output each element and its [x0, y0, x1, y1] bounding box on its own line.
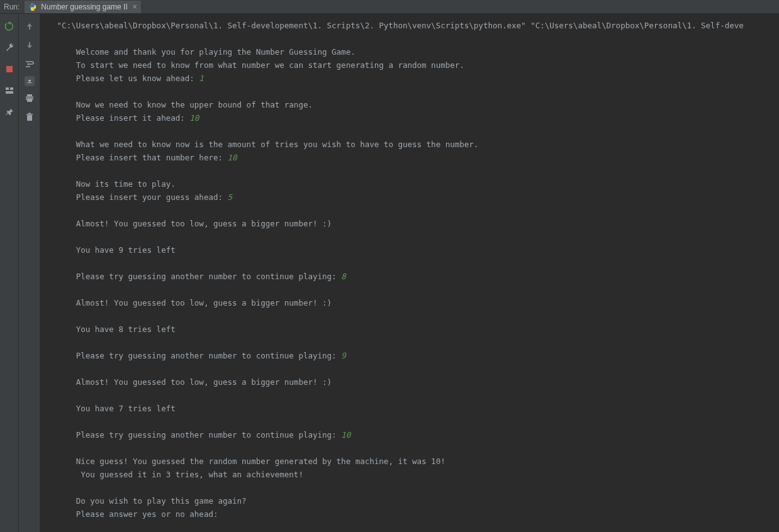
- console-line: [43, 336, 779, 349]
- run-tab-title: Number guessing game II: [41, 3, 127, 11]
- console-line: [43, 481, 779, 494]
- console-text: Now we need to know the upper bound of t…: [76, 100, 313, 109]
- svg-rect-6: [27, 82, 31, 83]
- console-line: You have 7 tries left: [43, 402, 779, 415]
- console-line: [43, 362, 779, 375]
- console-text: Please answer yes or no ahead:: [76, 509, 218, 519]
- console-text: Please insert that number here:: [76, 153, 228, 162]
- svg-rect-3: [6, 87, 9, 90]
- console-text: Please try guessing another number to co…: [76, 272, 341, 281]
- console-line: Please try guessing another number to co…: [43, 428, 779, 441]
- console-line: Please insert your guess ahead: 5: [43, 191, 779, 204]
- console-line: [43, 32, 779, 45]
- user-input-value: 5: [228, 192, 233, 202]
- console-line: Now we need to know the upper bound of t…: [43, 98, 779, 111]
- console-line: [43, 85, 779, 98]
- console-text: Almost! You guessed too low, guess a big…: [76, 377, 332, 387]
- console-text: Nice guess! You guessed the random numbe…: [76, 457, 446, 466]
- console-line: Please insert that number here: 10: [43, 151, 779, 164]
- svg-rect-12: [28, 113, 31, 114]
- console-text: Please try guessing another number to co…: [76, 351, 341, 360]
- console-line: Please try guessing another number to co…: [43, 349, 779, 362]
- console-text: Welcome and thank you for playing the Nu…: [76, 47, 356, 57]
- console-text: You have 7 tries left: [76, 404, 176, 413]
- close-tab-icon[interactable]: ×: [133, 3, 137, 11]
- svg-rect-9: [27, 99, 32, 102]
- console-line: To start we need to know from what numbe…: [43, 58, 779, 72]
- console-text: Please try guessing another number to co…: [76, 430, 341, 440]
- console-text: You have 9 tries left: [76, 245, 176, 255]
- user-input-value: 1: [199, 74, 204, 83]
- arrow-up-icon[interactable]: [25, 21, 35, 31]
- console-text: Almost! You guessed too low, guess a big…: [76, 219, 332, 228]
- svg-rect-2: [6, 66, 13, 72]
- console-line: Do you wish to play this game again?: [43, 494, 779, 507]
- run-toolbar-primary: [0, 14, 19, 532]
- user-input-value: 8: [341, 272, 346, 281]
- console-line: Please answer yes or no ahead:: [43, 507, 779, 521]
- svg-rect-7: [27, 94, 32, 96]
- console-text: "C:\Users\abeal\Dropbox\Personal\1. Self…: [57, 21, 744, 30]
- console-line: [43, 125, 779, 138]
- rerun-icon[interactable]: [4, 21, 14, 31]
- pin-icon[interactable]: [4, 107, 14, 117]
- console-text: Do you wish to play this game again?: [76, 496, 247, 506]
- trash-icon[interactable]: [25, 112, 35, 122]
- run-label: Run:: [4, 3, 20, 11]
- console-line: [43, 204, 779, 217]
- print-icon[interactable]: [25, 93, 35, 103]
- console-text: You guessed it in 3 tries, what an achie…: [76, 470, 303, 479]
- console-line: Now its time to play.: [43, 177, 779, 191]
- console-line: [43, 309, 779, 323]
- user-input-value: 10: [189, 113, 199, 123]
- wrench-icon[interactable]: [4, 43, 14, 53]
- user-input-value: 9: [341, 351, 346, 360]
- console-line: [43, 283, 779, 296]
- console-text: Almost! You guessed too low, guess a big…: [76, 298, 332, 308]
- console-text: To start we need to know from what numbe…: [76, 60, 464, 70]
- arrow-down-icon[interactable]: [25, 40, 35, 50]
- svg-rect-5: [6, 91, 13, 94]
- console-line: Nice guess! You guessed the random numbe…: [43, 455, 779, 468]
- console-line: Please let us know ahead: 1: [43, 72, 779, 85]
- console-line: [43, 164, 779, 177]
- console-text: You have 8 tries left: [76, 324, 176, 334]
- console-line: Welcome and thank you for playing the Nu…: [43, 45, 779, 58]
- svg-rect-11: [26, 114, 33, 115]
- console-text: What we need to know now is the amount o…: [76, 140, 479, 149]
- console-line: Please insert it ahead: 10: [43, 111, 779, 125]
- console-line: Almost! You guessed too low, guess a big…: [43, 375, 779, 389]
- console-line: [43, 257, 779, 270]
- user-input-value: 10: [228, 153, 237, 162]
- console-line: Please try guessing another number to co…: [43, 270, 779, 283]
- svg-point-1: [34, 9, 35, 10]
- svg-point-0: [31, 3, 32, 4]
- svg-rect-4: [10, 87, 13, 90]
- run-tabstrip: Run: Number guessing game II ×: [0, 0, 779, 14]
- stop-icon[interactable]: [4, 64, 14, 74]
- console-line: You guessed it in 3 tries, what an achie…: [43, 468, 779, 481]
- run-toolbar-secondary: [19, 14, 40, 532]
- console-line: [43, 415, 779, 428]
- console-line: [43, 230, 779, 243]
- console-line: "C:\Users\abeal\Dropbox\Personal\1. Self…: [43, 19, 779, 32]
- console-output[interactable]: "C:\Users\abeal\Dropbox\Personal\1. Self…: [40, 14, 779, 532]
- console-line: You have 8 tries left: [43, 323, 779, 336]
- console-text: Please let us know ahead:: [76, 74, 199, 83]
- layout-icon[interactable]: [4, 86, 14, 96]
- console-line: What we need to know now is the amount o…: [43, 138, 779, 151]
- soft-wrap-icon[interactable]: [25, 59, 35, 69]
- console-line: [43, 441, 779, 455]
- console-text: Now its time to play.: [76, 179, 176, 189]
- svg-rect-10: [27, 115, 32, 121]
- console-text: Please insert it ahead:: [76, 113, 190, 123]
- console-line: Almost! You guessed too low, guess a big…: [43, 217, 779, 230]
- run-tab-active[interactable]: Number guessing game II ×: [25, 1, 140, 13]
- console-line: You have 9 tries left: [43, 243, 779, 257]
- console-line: Almost! You guessed too low, guess a big…: [43, 296, 779, 309]
- user-input-value: 10: [341, 430, 350, 440]
- scroll-to-end-icon[interactable]: [25, 76, 35, 86]
- python-file-icon: [28, 3, 37, 11]
- console-line: [43, 389, 779, 402]
- console-text: Please insert your guess ahead:: [76, 192, 228, 202]
